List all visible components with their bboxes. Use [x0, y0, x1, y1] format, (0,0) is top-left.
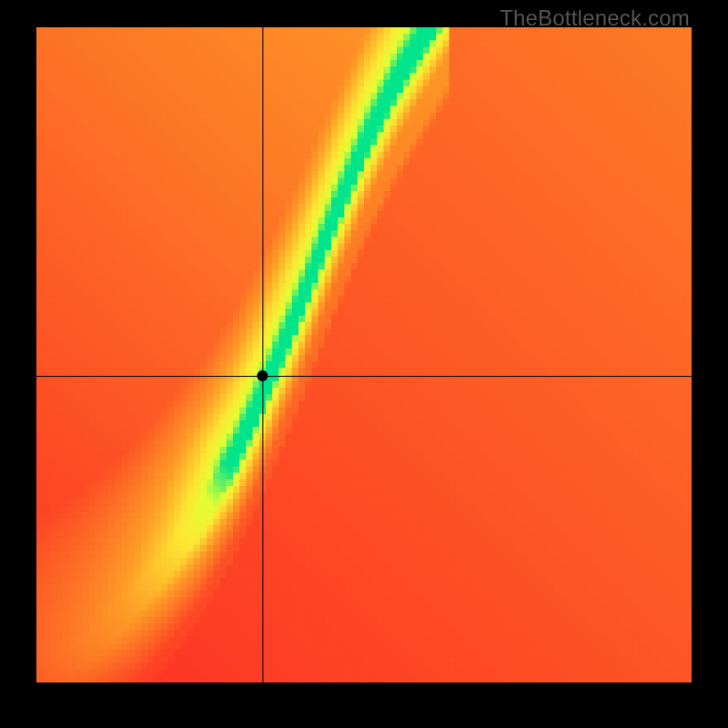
chart-frame: TheBottleneck.com: [0, 0, 728, 728]
heatmap-plot: [36, 27, 692, 682]
heatmap-canvas: [36, 27, 692, 682]
